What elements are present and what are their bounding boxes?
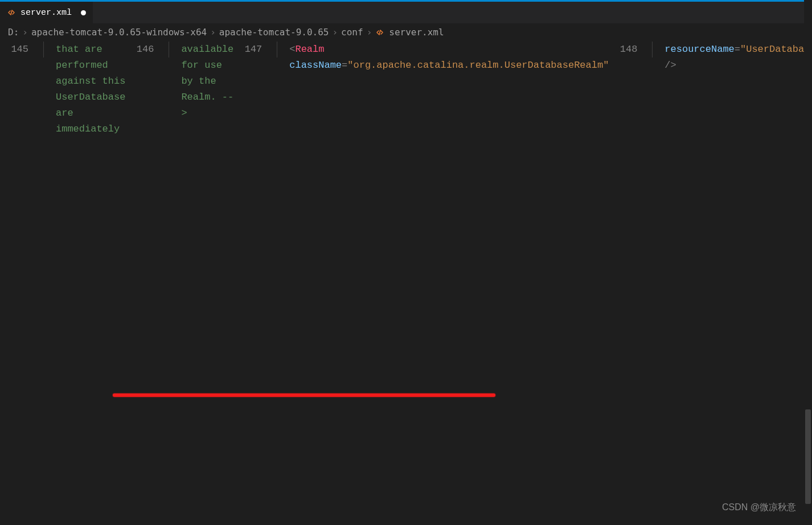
line-number: 145 bbox=[0, 42, 40, 58]
chevron-right-icon: › bbox=[332, 27, 338, 38]
code-text[interactable]: <Realm className="org.apache.catalina.re… bbox=[289, 42, 609, 58]
xml-file-icon bbox=[375, 28, 384, 37]
line-number: 146 bbox=[125, 42, 165, 58]
code-line[interactable]: 148 resourceName="UserDatabase" /> bbox=[609, 42, 812, 58]
chevron-right-icon: › bbox=[22, 27, 28, 38]
fold-guide bbox=[165, 42, 181, 58]
tab-filename: server.xml bbox=[20, 8, 72, 18]
breadcrumb-part[interactable]: apache-tomcat-9.0.65 bbox=[219, 27, 329, 38]
code-line[interactable]: 145 that are performed against this User… bbox=[0, 42, 125, 58]
code-editor[interactable]: 145 that are performed against this User… bbox=[0, 42, 812, 524]
vertical-scrollbar[interactable] bbox=[804, 0, 812, 525]
breadcrumb[interactable]: D: › apache-tomcat-9.0.65-windows-x64 › … bbox=[0, 23, 812, 42]
chevron-right-icon: › bbox=[210, 27, 216, 38]
xml-file-icon bbox=[7, 8, 16, 17]
fold-guide bbox=[40, 42, 56, 58]
code-line[interactable]: 146 available for use by the Realm. --> bbox=[125, 42, 233, 58]
tab-strip: server.xml bbox=[0, 2, 812, 23]
line-number: 147 bbox=[233, 42, 273, 58]
code-text[interactable]: resourceName="UserDatabase" /> bbox=[665, 42, 812, 58]
breadcrumb-part[interactable]: apache-tomcat-9.0.65-windows-x64 bbox=[31, 27, 207, 38]
breadcrumb-root[interactable]: D: bbox=[8, 27, 19, 38]
tab-server-xml[interactable]: server.xml bbox=[0, 2, 93, 23]
chevron-right-icon: › bbox=[367, 27, 372, 38]
breadcrumb-leaf[interactable]: server.xml bbox=[389, 27, 444, 38]
line-number: 148 bbox=[609, 42, 649, 58]
code-line[interactable]: 147 <Realm className="org.apache.catalin… bbox=[233, 42, 609, 58]
fold-guide bbox=[273, 42, 289, 58]
fold-guide bbox=[649, 42, 665, 58]
breadcrumb-part[interactable]: conf bbox=[341, 27, 363, 38]
red-underline-annotation bbox=[113, 393, 495, 397]
watermark: CSDN @微凉秋意 bbox=[722, 502, 796, 514]
dirty-indicator-icon bbox=[81, 10, 86, 15]
code-text[interactable]: that are performed against this UserData… bbox=[56, 42, 125, 58]
scrollbar-thumb[interactable] bbox=[805, 409, 811, 504]
code-text[interactable]: available for use by the Realm. --> bbox=[181, 42, 233, 58]
